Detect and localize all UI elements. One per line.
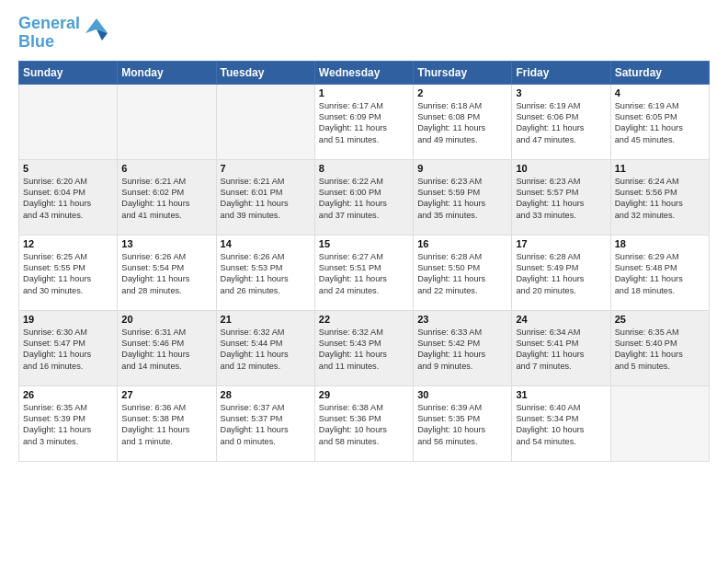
day-info: Sunrise: 6:26 AM Sunset: 5:54 PM Dayligh… <box>121 251 211 297</box>
calendar-cell: 2Sunrise: 6:18 AM Sunset: 6:08 PM Daylig… <box>414 84 512 159</box>
day-info: Sunrise: 6:28 AM Sunset: 5:49 PM Dayligh… <box>516 251 606 297</box>
day-number: 26 <box>23 389 113 400</box>
day-info: Sunrise: 6:39 AM Sunset: 5:35 PM Dayligh… <box>417 402 507 448</box>
calendar-cell: 16Sunrise: 6:28 AM Sunset: 5:50 PM Dayli… <box>414 235 512 310</box>
day-number: 24 <box>516 314 606 325</box>
logo: General Blue <box>18 15 111 52</box>
day-number: 18 <box>615 238 705 249</box>
calendar-cell: 23Sunrise: 6:33 AM Sunset: 5:42 PM Dayli… <box>414 310 512 385</box>
day-info: Sunrise: 6:40 AM Sunset: 5:34 PM Dayligh… <box>516 402 606 448</box>
day-info: Sunrise: 6:34 AM Sunset: 5:41 PM Dayligh… <box>516 327 606 373</box>
page: General Blue SundayMondayTuesdayWednesda… <box>0 0 728 563</box>
calendar-cell: 18Sunrise: 6:29 AM Sunset: 5:48 PM Dayli… <box>610 235 709 310</box>
calendar-cell: 28Sunrise: 6:37 AM Sunset: 5:37 PM Dayli… <box>216 385 314 461</box>
header: General Blue <box>18 15 710 52</box>
day-number: 11 <box>615 163 705 174</box>
day-number: 4 <box>615 87 705 98</box>
calendar-cell: 20Sunrise: 6:31 AM Sunset: 5:46 PM Dayli… <box>118 310 216 385</box>
calendar-cell: 11Sunrise: 6:24 AM Sunset: 5:56 PM Dayli… <box>610 159 709 235</box>
calendar-table: SundayMondayTuesdayWednesdayThursdayFrid… <box>18 61 710 462</box>
calendar-cell: 19Sunrise: 6:30 AM Sunset: 5:47 PM Dayli… <box>19 310 118 385</box>
logo-icon <box>82 15 111 44</box>
day-info: Sunrise: 6:19 AM Sunset: 6:06 PM Dayligh… <box>516 100 606 146</box>
day-number: 27 <box>121 389 211 400</box>
day-number: 19 <box>23 314 113 325</box>
calendar-cell <box>216 84 314 159</box>
day-number: 31 <box>516 389 606 400</box>
day-number: 8 <box>319 163 409 174</box>
day-header-thursday: Thursday <box>414 61 512 84</box>
day-number: 1 <box>319 87 409 98</box>
day-info: Sunrise: 6:23 AM Sunset: 5:57 PM Dayligh… <box>516 176 606 222</box>
day-info: Sunrise: 6:28 AM Sunset: 5:50 PM Dayligh… <box>417 251 507 297</box>
day-header-wednesday: Wednesday <box>314 61 413 84</box>
calendar-cell: 21Sunrise: 6:32 AM Sunset: 5:44 PM Dayli… <box>216 310 314 385</box>
day-info: Sunrise: 6:37 AM Sunset: 5:37 PM Dayligh… <box>221 402 311 448</box>
day-info: Sunrise: 6:35 AM Sunset: 5:40 PM Dayligh… <box>615 327 705 373</box>
day-number: 16 <box>417 238 507 249</box>
day-info: Sunrise: 6:38 AM Sunset: 5:36 PM Dayligh… <box>319 402 409 448</box>
day-header-monday: Monday <box>118 61 216 84</box>
calendar-cell: 29Sunrise: 6:38 AM Sunset: 5:36 PM Dayli… <box>314 385 413 461</box>
logo-text: General Blue <box>18 15 80 52</box>
day-number: 29 <box>319 389 409 400</box>
calendar-week-1: 1Sunrise: 6:17 AM Sunset: 6:09 PM Daylig… <box>19 84 710 159</box>
day-number: 14 <box>221 238 311 249</box>
day-number: 2 <box>417 87 507 98</box>
day-number: 13 <box>121 238 211 249</box>
day-number: 6 <box>121 163 211 174</box>
day-number: 23 <box>417 314 507 325</box>
day-info: Sunrise: 6:33 AM Sunset: 5:42 PM Dayligh… <box>417 327 507 373</box>
day-number: 9 <box>417 163 507 174</box>
calendar-cell <box>118 84 216 159</box>
day-info: Sunrise: 6:30 AM Sunset: 5:47 PM Dayligh… <box>23 327 113 373</box>
day-number: 10 <box>516 163 606 174</box>
day-number: 21 <box>221 314 311 325</box>
day-header-friday: Friday <box>512 61 610 84</box>
day-info: Sunrise: 6:18 AM Sunset: 6:08 PM Dayligh… <box>417 100 507 146</box>
calendar-cell: 22Sunrise: 6:32 AM Sunset: 5:43 PM Dayli… <box>314 310 413 385</box>
day-number: 3 <box>516 87 606 98</box>
day-number: 17 <box>516 238 606 249</box>
calendar-cell: 12Sunrise: 6:25 AM Sunset: 5:55 PM Dayli… <box>19 235 118 310</box>
day-number: 30 <box>417 389 507 400</box>
day-number: 15 <box>319 238 409 249</box>
day-info: Sunrise: 6:24 AM Sunset: 5:56 PM Dayligh… <box>615 176 705 222</box>
day-info: Sunrise: 6:36 AM Sunset: 5:38 PM Dayligh… <box>121 402 211 448</box>
calendar-cell: 27Sunrise: 6:36 AM Sunset: 5:38 PM Dayli… <box>118 385 216 461</box>
calendar-week-4: 19Sunrise: 6:30 AM Sunset: 5:47 PM Dayli… <box>19 310 710 385</box>
calendar-cell: 15Sunrise: 6:27 AM Sunset: 5:51 PM Dayli… <box>314 235 413 310</box>
calendar-cell: 25Sunrise: 6:35 AM Sunset: 5:40 PM Dayli… <box>610 310 709 385</box>
calendar-cell: 31Sunrise: 6:40 AM Sunset: 5:34 PM Dayli… <box>512 385 610 461</box>
calendar-cell: 10Sunrise: 6:23 AM Sunset: 5:57 PM Dayli… <box>512 159 610 235</box>
day-info: Sunrise: 6:17 AM Sunset: 6:09 PM Dayligh… <box>319 100 409 146</box>
calendar-cell: 9Sunrise: 6:23 AM Sunset: 5:59 PM Daylig… <box>414 159 512 235</box>
calendar-cell: 17Sunrise: 6:28 AM Sunset: 5:49 PM Dayli… <box>512 235 610 310</box>
day-info: Sunrise: 6:26 AM Sunset: 5:53 PM Dayligh… <box>221 251 311 297</box>
calendar-header-row: SundayMondayTuesdayWednesdayThursdayFrid… <box>19 61 710 84</box>
calendar-cell: 6Sunrise: 6:21 AM Sunset: 6:02 PM Daylig… <box>118 159 216 235</box>
calendar-week-2: 5Sunrise: 6:20 AM Sunset: 6:04 PM Daylig… <box>19 159 710 235</box>
day-header-tuesday: Tuesday <box>216 61 314 84</box>
day-info: Sunrise: 6:27 AM Sunset: 5:51 PM Dayligh… <box>319 251 409 297</box>
calendar-cell: 8Sunrise: 6:22 AM Sunset: 6:00 PM Daylig… <box>314 159 413 235</box>
day-number: 12 <box>23 238 113 249</box>
day-info: Sunrise: 6:19 AM Sunset: 6:05 PM Dayligh… <box>615 100 705 146</box>
day-info: Sunrise: 6:22 AM Sunset: 6:00 PM Dayligh… <box>319 176 409 222</box>
calendar-week-5: 26Sunrise: 6:35 AM Sunset: 5:39 PM Dayli… <box>19 385 710 461</box>
day-number: 25 <box>615 314 705 325</box>
day-number: 20 <box>121 314 211 325</box>
day-info: Sunrise: 6:23 AM Sunset: 5:59 PM Dayligh… <box>417 176 507 222</box>
calendar-cell: 30Sunrise: 6:39 AM Sunset: 5:35 PM Dayli… <box>414 385 512 461</box>
day-number: 7 <box>221 163 311 174</box>
calendar-cell: 5Sunrise: 6:20 AM Sunset: 6:04 PM Daylig… <box>19 159 118 235</box>
day-number: 22 <box>319 314 409 325</box>
day-number: 5 <box>23 163 113 174</box>
calendar-cell <box>19 84 118 159</box>
day-info: Sunrise: 6:21 AM Sunset: 6:01 PM Dayligh… <box>221 176 311 222</box>
calendar-cell: 14Sunrise: 6:26 AM Sunset: 5:53 PM Dayli… <box>216 235 314 310</box>
calendar-cell: 26Sunrise: 6:35 AM Sunset: 5:39 PM Dayli… <box>19 385 118 461</box>
day-info: Sunrise: 6:29 AM Sunset: 5:48 PM Dayligh… <box>615 251 705 297</box>
day-header-sunday: Sunday <box>19 61 118 84</box>
day-info: Sunrise: 6:20 AM Sunset: 6:04 PM Dayligh… <box>23 176 113 222</box>
